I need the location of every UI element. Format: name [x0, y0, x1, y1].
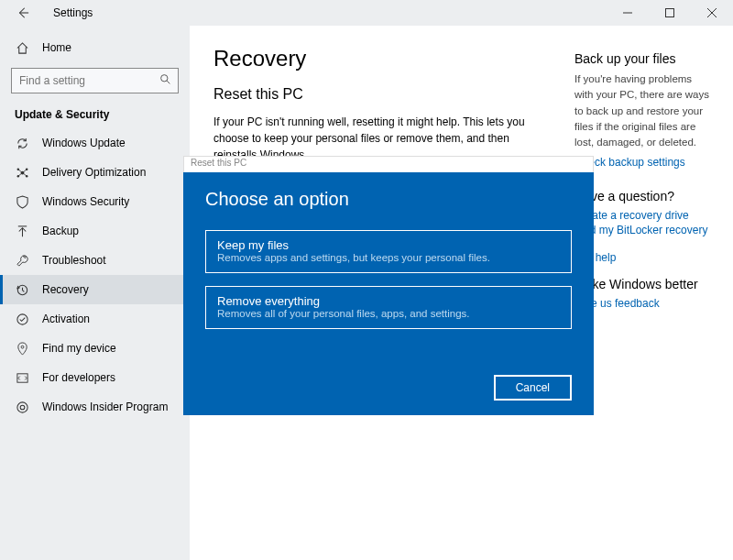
backup-icon [15, 224, 29, 238]
sidebar-item-home[interactable]: Home [0, 33, 190, 62]
dialog-heading: Choose an option [205, 189, 572, 210]
reset-heading: Reset this PC [213, 86, 549, 103]
search-icon [159, 73, 171, 88]
sidebar-item-troubleshoot[interactable]: Troubleshoot [0, 246, 190, 275]
backup-description: If you're having problems with your PC, … [574, 71, 713, 150]
reset-dialog: Reset this PC Choose an option Keep my f… [183, 156, 594, 415]
home-icon [15, 40, 29, 55]
svg-point-8 [16, 313, 27, 324]
sidebar-item-insider[interactable]: Windows Insider Program [0, 392, 190, 422]
search-box[interactable] [11, 68, 179, 93]
cancel-button[interactable]: Cancel [494, 375, 572, 401]
window-title: Settings [53, 6, 93, 19]
question-heading: Have a question? [574, 189, 713, 203]
svg-point-9 [21, 346, 24, 348]
location-icon [15, 341, 29, 356]
maximize-button[interactable] [649, 0, 691, 26]
sidebar-item-windows-security[interactable]: Windows Security [0, 187, 190, 216]
sidebar-item-find-my-device[interactable]: Find my device [0, 334, 190, 363]
option-remove-everything[interactable]: Remove everything Removes all of your pe… [205, 286, 572, 329]
sidebar-item-label: Windows Security [42, 195, 129, 208]
developers-icon [15, 370, 29, 385]
bitlocker-link[interactable]: Find my BitLocker recovery key [574, 224, 713, 249]
recovery-icon [15, 282, 29, 297]
minimize-button[interactable] [607, 0, 649, 26]
sidebar-item-label: Backup [42, 225, 79, 237]
maximize-icon [665, 8, 674, 17]
insider-icon [15, 400, 29, 414]
sidebar-item-windows-update[interactable]: Windows Update [0, 128, 190, 158]
sidebar-item-for-developers[interactable]: For developers [0, 363, 190, 392]
svg-point-1 [161, 75, 168, 82]
arrow-left-icon [16, 6, 29, 19]
sidebar-item-activation[interactable]: Activation [0, 304, 190, 334]
sidebar-item-recovery[interactable]: Recovery [0, 275, 190, 304]
close-icon [707, 8, 717, 17]
sidebar: Home Update & Security Windows Update De… [0, 26, 190, 560]
svg-point-11 [16, 401, 27, 412]
option-description: Removes apps and settings, but keeps you… [217, 252, 560, 263]
search-input[interactable] [11, 68, 179, 93]
sync-icon [15, 136, 29, 150]
sidebar-item-label: Windows Update [42, 137, 126, 149]
sidebar-item-delivery-optimization[interactable]: Delivery Optimization [0, 158, 190, 187]
sidebar-item-label: Activation [42, 313, 90, 325]
option-description: Removes all of your personal files, apps… [217, 308, 560, 319]
feedback-link[interactable]: Give us feedback [574, 297, 713, 310]
sidebar-item-backup[interactable]: Backup [0, 216, 190, 246]
page-title: Recovery [213, 46, 549, 71]
option-title: Keep my files [217, 238, 560, 252]
make-better-heading: Make Windows better [574, 277, 713, 291]
option-keep-files[interactable]: Keep my files Removes apps and settings,… [205, 230, 572, 273]
svg-rect-0 [666, 9, 674, 17]
svg-rect-10 [16, 373, 27, 381]
dialog-titlebar: Reset this PC [183, 156, 594, 172]
sidebar-category: Update & Security [0, 97, 190, 128]
sidebar-item-label: Delivery Optimization [42, 166, 146, 179]
sidebar-item-label: Troubleshoot [42, 254, 106, 267]
close-button[interactable] [691, 0, 733, 26]
check-backup-link[interactable]: Check backup settings [574, 156, 713, 169]
sidebar-item-label: Find my device [42, 342, 116, 355]
sidebar-item-label: For developers [42, 371, 115, 384]
shield-icon [15, 194, 29, 209]
titlebar: Settings [0, 0, 733, 26]
get-help-link[interactable]: Get help [574, 251, 713, 264]
sidebar-item-label: Home [42, 41, 71, 54]
svg-point-12 [20, 405, 25, 410]
option-title: Remove everything [217, 294, 560, 308]
delivery-icon [15, 165, 29, 180]
wrench-icon [15, 253, 29, 268]
sidebar-item-label: Recovery [42, 283, 89, 296]
sidebar-item-label: Windows Insider Program [42, 401, 168, 413]
backup-heading: Back up your files [574, 51, 713, 66]
create-recovery-drive-link[interactable]: Create a recovery drive [574, 209, 713, 222]
back-button[interactable] [15, 6, 31, 19]
activation-icon [15, 312, 29, 326]
minimize-icon [623, 8, 632, 17]
